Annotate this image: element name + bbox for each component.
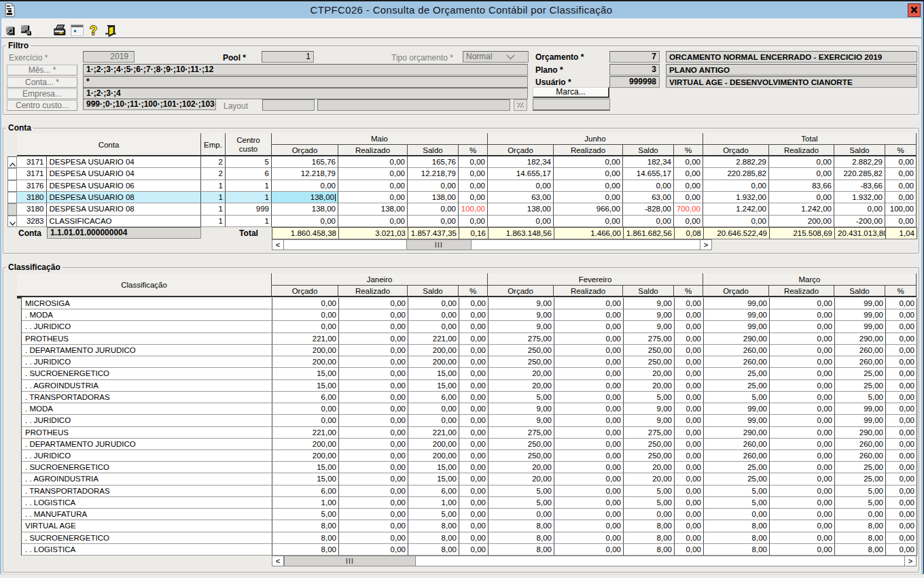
svg-text:?: ? bbox=[90, 24, 98, 37]
